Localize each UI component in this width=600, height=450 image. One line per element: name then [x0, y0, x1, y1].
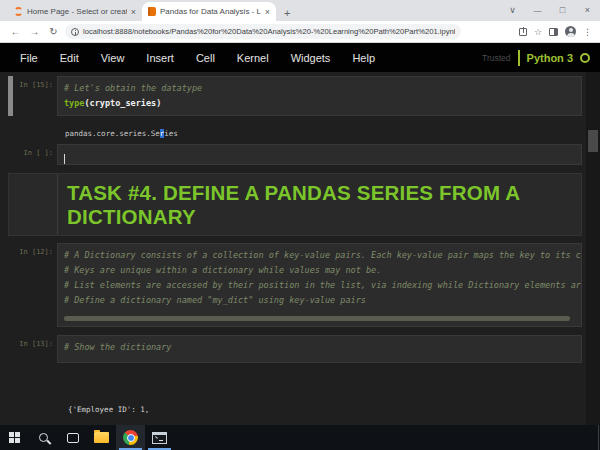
markdown-cell-task4[interactable]: TASK #4. DEFINE A PANDAS SERIES FROM A D…: [8, 173, 582, 236]
task-view-icon: [67, 433, 79, 443]
output-text: ies: [164, 129, 178, 138]
menu-file[interactable]: File: [9, 52, 49, 64]
code-input[interactable]: [57, 144, 582, 165]
browser-tab-strip: Home Page - Select or create a n × Panda…: [0, 0, 600, 21]
address-bar[interactable]: localhost:8888/notebooks/Pandas%20for%20…: [65, 24, 461, 39]
code-input[interactable]: # A Dictionary consists of a collection …: [57, 243, 582, 327]
horizontal-scrollbar[interactable]: [64, 316, 575, 322]
code-comment: # Let's obtain the datatype: [64, 81, 575, 96]
menu-cell[interactable]: Cell: [185, 52, 226, 64]
code-comment: # Define a dictionary named "my_dict" us…: [64, 293, 575, 308]
code-rest: (crypto_series): [84, 98, 161, 108]
vertical-scrollbar-thumb[interactable]: [588, 130, 598, 152]
close-button[interactable]: ×: [575, 0, 600, 21]
task-view-button[interactable]: [58, 425, 87, 450]
site-info-icon[interactable]: [71, 28, 79, 36]
keyword-type: type: [64, 98, 84, 108]
browser-tab-home[interactable]: Home Page - Select or create a n ×: [8, 2, 142, 21]
windows-logo-icon: [9, 432, 20, 443]
kernel-divider: [518, 50, 520, 66]
vertical-scrollbar[interactable]: [586, 72, 600, 425]
folder-icon: [94, 432, 109, 443]
menu-help[interactable]: Help: [341, 52, 386, 64]
jupyter-menubar: File Edit View Insert Cell Kernel Widget…: [0, 43, 600, 72]
share-icon[interactable]: [519, 28, 527, 36]
tab-close-icon[interactable]: ×: [131, 7, 136, 17]
code-comment: # A Dictionary consists of a collection …: [64, 248, 575, 263]
output-text: pandas.core.series.Se: [65, 129, 160, 138]
browser-toolbar: ← → ↻ localhost:8888/notebooks/Pandas%20…: [0, 21, 600, 43]
file-explorer-button[interactable]: [87, 425, 116, 450]
menu-view[interactable]: View: [90, 52, 136, 64]
tab-close-icon[interactable]: ×: [265, 7, 270, 17]
notebook-book-icon: [148, 7, 156, 16]
task-heading: TASK #4. DEFINE A PANDAS SERIES FROM A D…: [67, 181, 571, 229]
forward-icon[interactable]: →: [25, 26, 44, 37]
window-controls: ∨ — □ ×: [500, 0, 600, 21]
horizontal-scrollbar-thumb[interactable]: [64, 316, 570, 321]
menu-edit[interactable]: Edit: [49, 52, 90, 64]
code-cell-15: In [15]: # Let's obtain the datatype typ…: [8, 76, 582, 116]
cell-prompt: In [15]:: [8, 76, 57, 116]
selected-cell-indicator: [8, 76, 13, 116]
screen: Home Page - Select or create a n × Panda…: [0, 0, 600, 450]
chrome-taskbar-button[interactable]: [116, 425, 145, 450]
code-comment: # Keys are unique within a dictionary wh…: [64, 263, 575, 278]
browser-tab-pandas-notebook[interactable]: Pandas for Data Analysis - Learn ×: [142, 2, 276, 21]
trusted-badge: Trusted: [482, 53, 511, 63]
notebook-area: In [15]: # Let's obtain the datatype typ…: [0, 72, 600, 425]
cell-prompt: In [13]:: [8, 335, 57, 363]
tab-title: Home Page - Select or create a n: [27, 7, 127, 16]
menu-kernel[interactable]: Kernel: [226, 52, 280, 64]
jupyter-logo-icon: [14, 7, 23, 16]
search-icon: [39, 433, 48, 442]
code-cell-empty: In [ ]:: [8, 144, 582, 165]
windows-taskbar: [0, 425, 600, 450]
cell-prompt: In [ ]:: [8, 144, 57, 165]
terminal-taskbar-button[interactable]: [145, 425, 174, 450]
output-line: {'Employee ID': 1,: [68, 404, 582, 416]
bookmark-star-icon[interactable]: ☆: [534, 27, 542, 37]
search-button[interactable]: [29, 425, 58, 450]
kernel-status-area: Trusted Python 3: [482, 50, 600, 66]
tab-title: Pandas for Data Analysis - Learn: [160, 7, 261, 16]
minimize-button[interactable]: —: [525, 0, 550, 21]
back-icon[interactable]: ←: [6, 26, 25, 37]
reload-icon[interactable]: ↻: [44, 26, 63, 37]
kernel-name-label[interactable]: Python 3: [527, 52, 573, 64]
side-panel-icon[interactable]: [549, 28, 558, 36]
new-tab-button[interactable]: +: [276, 7, 298, 21]
tab-search-icon[interactable]: ∨: [500, 0, 525, 21]
cell-output-dictionary: {'Employee ID': 1, 'Employee Name': 'Ste…: [8, 369, 582, 425]
menu-widgets[interactable]: Widgets: [280, 52, 342, 64]
chrome-icon: [123, 430, 138, 445]
code-comment: # List elements are accessed by their po…: [64, 278, 575, 293]
browser-menu-icon[interactable]: ⋮: [583, 27, 592, 37]
kernel-idle-icon: [580, 53, 590, 63]
cell-prompt: In [12]:: [8, 243, 57, 327]
profile-avatar[interactable]: [565, 26, 576, 37]
code-input[interactable]: # Show the dictionary: [57, 335, 582, 363]
code-cell-12: In [12]: # A Dictionary consists of a co…: [8, 243, 582, 327]
terminal-icon: [152, 432, 167, 444]
url-text[interactable]: localhost:8888/notebooks/Pandas%20for%20…: [83, 27, 455, 36]
markdown-body: TASK #4. DEFINE A PANDAS SERIES FROM A D…: [58, 174, 581, 235]
markdown-gutter: [9, 174, 58, 235]
menu-insert[interactable]: Insert: [135, 52, 185, 64]
toolbar-actions: ☆ ⋮: [519, 26, 594, 37]
start-button[interactable]: [0, 425, 29, 450]
code-cell-13: In [13]: # Show the dictionary: [8, 335, 582, 363]
maximize-button[interactable]: □: [550, 0, 575, 21]
cell-output-series-type: pandas.core.series.Series: [8, 122, 582, 144]
text-caret: [64, 154, 65, 164]
code-input[interactable]: # Let's obtain the datatype type(crypto_…: [57, 76, 582, 116]
code-line: type(crypto_series): [64, 96, 575, 111]
code-comment: # Show the dictionary: [64, 340, 575, 355]
